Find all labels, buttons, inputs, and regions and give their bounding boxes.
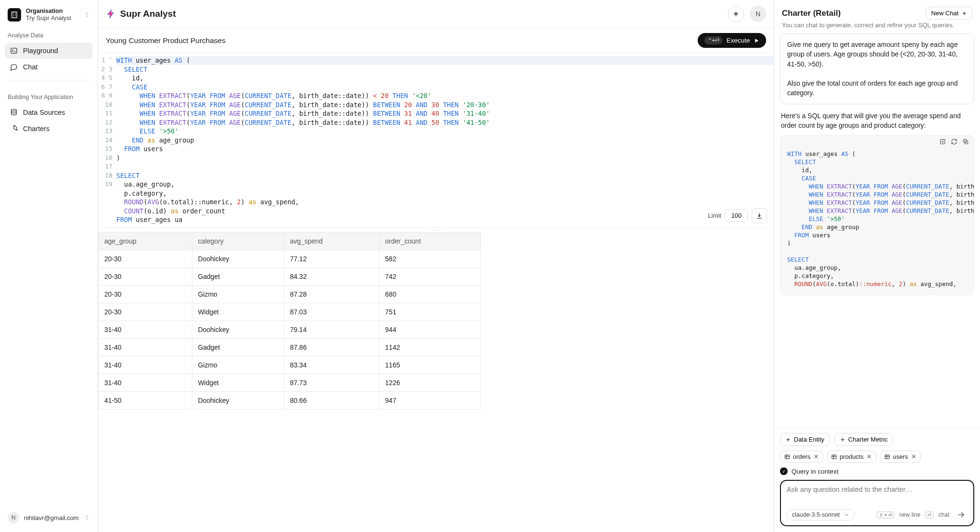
insert-icon[interactable] <box>939 138 946 145</box>
copy-icon[interactable] <box>962 138 969 145</box>
kbd-newline: ⇧ + ⏎ <box>877 511 894 519</box>
svg-rect-6 <box>785 455 790 459</box>
user-message: Give me query to get average amount spen… <box>780 33 974 104</box>
remove-tag-icon[interactable]: ✕ <box>813 453 819 460</box>
execute-label: Execute <box>726 37 750 44</box>
chevron-updown-icon <box>84 514 90 521</box>
nav-datasources[interactable]: Data Sources <box>5 104 93 121</box>
model-name: claude-3.5-sonnet <box>792 511 840 518</box>
resize-handle[interactable]: ⋯⋯ <box>98 227 774 232</box>
nav-divider <box>7 80 91 80</box>
chevron-down-icon <box>844 512 849 518</box>
add-charter-metric-button[interactable]: Charter Metric <box>835 433 893 446</box>
terminal-icon <box>10 46 18 55</box>
results-table: age_groupcategoryavg_spendorder_count 20… <box>98 232 481 410</box>
tag-products[interactable]: products✕ <box>827 451 876 463</box>
chat-title: Charter (Retail) <box>782 9 841 18</box>
center-pane: Supr Analyst N Young Customer Product Pu… <box>98 0 774 532</box>
chat-panel: Charter (Retail) New Chat You can chat t… <box>774 0 980 532</box>
limit-label: Limit <box>708 212 721 219</box>
org-name: Try Supr Analyst <box>26 14 71 22</box>
brand: Supr Analyst <box>106 9 176 19</box>
execute-button[interactable]: ⌃+⏎ Execute <box>698 33 766 48</box>
plus-icon <box>840 437 846 443</box>
nav-playground[interactable]: Playground <box>5 43 93 59</box>
hint-newline: new line <box>899 511 920 518</box>
query-title: Young Customer Product Purchases <box>106 36 225 45</box>
assistant-message: Here's a SQL query that will give you th… <box>780 111 974 135</box>
nav-charters[interactable]: Charters <box>5 121 93 137</box>
piechart-icon <box>10 124 18 133</box>
assistant-code-block: WITH user_ages AS ( SELECT id, CASE WHEN… <box>780 135 974 295</box>
database-icon <box>10 108 18 117</box>
col-category[interactable]: category <box>192 232 284 250</box>
context-label: Query in context <box>791 468 838 475</box>
send-button[interactable] <box>954 508 968 521</box>
svg-point-2 <box>11 109 17 111</box>
query-header: Young Customer Product Purchases ⌃+⏎ Exe… <box>98 28 774 53</box>
composer: Data Entity Charter Metric orders✕produc… <box>774 428 980 532</box>
execute-kbd: ⌃+⏎ <box>704 36 723 44</box>
table-row: 41-50Doohickey80.66947 <box>99 391 481 409</box>
brand-name: Supr Analyst <box>120 9 176 19</box>
remove-tag-icon[interactable]: ✕ <box>867 453 872 460</box>
plus-icon <box>961 11 967 16</box>
remove-tag-icon[interactable]: ✕ <box>911 453 916 460</box>
profile-avatar[interactable]: N <box>750 6 766 22</box>
tag-users[interactable]: users✕ <box>880 451 921 463</box>
table-row: 20-30Gizmo87.28680 <box>99 285 481 303</box>
user-menu[interactable]: N nihitavr@gmail.com <box>5 509 93 526</box>
section-building: Building Your Application <box>5 85 93 104</box>
chat-input[interactable] <box>787 486 968 503</box>
col-order_count[interactable]: order_count <box>379 232 480 250</box>
svg-rect-1 <box>11 48 17 54</box>
refresh-icon[interactable] <box>951 138 958 145</box>
nav-playground-label: Playground <box>23 47 58 55</box>
org-text: Organisation Try Supr Analyst <box>26 8 71 22</box>
editor-gutter: 1 ˅ 2 3 4 5 6 7 8 9 10 11 12 13 14 15 16… <box>98 53 116 227</box>
input-hints: ⇧ + ⏎ new line ⏎ chat <box>877 508 968 521</box>
chat-subtitle: You can chat to generate, correct and re… <box>774 22 980 33</box>
table-row: 31-40Gizmo83.341165 <box>99 356 481 374</box>
chat-input-box: claude-3.5-sonnet ⇧ + ⏎ new line ⏎ chat <box>780 480 974 526</box>
svg-rect-8 <box>885 455 889 459</box>
limit-input[interactable] <box>725 209 748 222</box>
editor-code[interactable]: WITH user_ages AS ( SELECT id, CASE WHEN… <box>116 53 774 227</box>
add-data-entity-button[interactable]: Data Entity <box>780 433 830 446</box>
chat-icon <box>10 63 18 71</box>
table-row: 20-30Doohickey77.12582 <box>99 250 481 267</box>
tag-orders[interactable]: orders✕ <box>780 451 823 463</box>
play-icon <box>754 38 759 44</box>
results-table-wrap[interactable]: age_groupcategoryavg_spendorder_count 20… <box>98 232 774 532</box>
user-email: nihitavr@gmail.com <box>24 514 78 521</box>
new-button[interactable] <box>728 6 744 22</box>
nav-chat-label: Chat <box>23 63 38 71</box>
table-row: 31-40Widget87.731226 <box>99 374 481 391</box>
section-analyse: Analyse Data <box>5 23 93 43</box>
chat-body[interactable]: Give me query to get average amount spen… <box>774 33 980 428</box>
new-chat-label: New Chat <box>931 10 958 17</box>
nav-chat[interactable]: Chat <box>5 59 93 75</box>
table-icon <box>884 454 890 460</box>
col-age_group[interactable]: age_group <box>99 232 192 250</box>
sql-editor[interactable]: 1 ˅ 2 3 4 5 6 7 8 9 10 11 12 13 14 15 16… <box>98 53 774 227</box>
org-icon <box>8 8 21 22</box>
table-row: 20-30Widget87.03751 <box>99 303 481 321</box>
org-switcher[interactable]: Organisation Try Supr Analyst <box>5 6 93 23</box>
user-avatar: N <box>8 512 19 523</box>
table-row: 31-40Gadget87.861142 <box>99 338 481 356</box>
nav-datasources-label: Data Sources <box>23 109 65 116</box>
check-icon: ✓ <box>780 467 788 475</box>
table-icon <box>784 454 790 460</box>
plus-icon <box>785 437 791 443</box>
new-chat-button[interactable]: New Chat <box>926 7 972 20</box>
hint-chat: chat <box>938 511 949 518</box>
brand-logo-icon <box>106 9 116 19</box>
table-icon <box>831 454 837 460</box>
download-button[interactable] <box>752 208 767 223</box>
org-label: Organisation <box>26 8 71 14</box>
chevron-updown-icon <box>84 11 90 19</box>
col-avg_spend[interactable]: avg_spend <box>284 232 379 250</box>
svg-rect-0 <box>12 12 17 18</box>
model-select[interactable]: claude-3.5-sonnet <box>787 509 855 521</box>
